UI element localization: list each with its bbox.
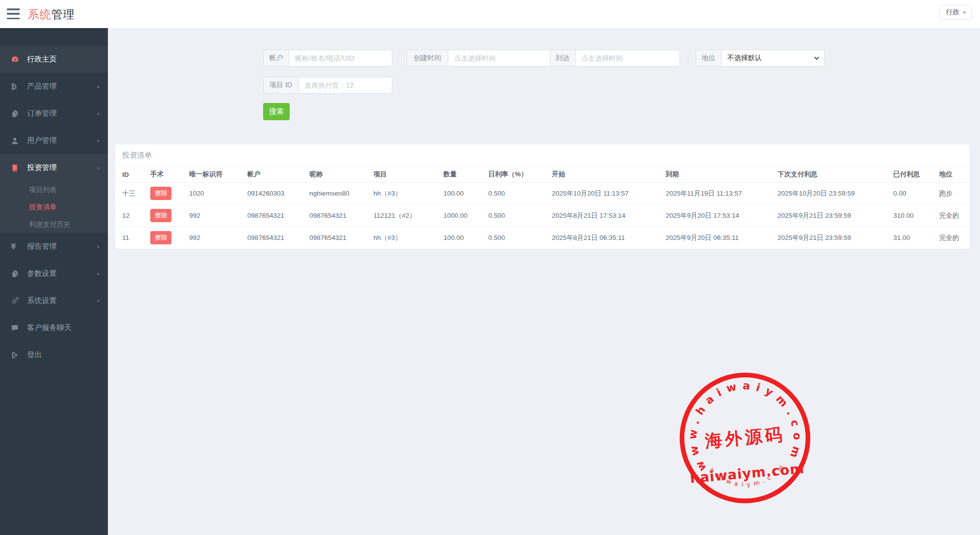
chevron-down-icon [814,55,819,60]
sidebar-subitem-label: 投资清单 [29,203,57,212]
yen-icon: ¥ [11,242,22,251]
cell-paid: 310.00 [893,204,939,227]
created-to-label: 到达 [550,50,575,67]
sidebar-item-order-mgmt[interactable]: 订单管理▸ [0,100,108,127]
chat-icon [11,324,22,333]
main-content: 帐户 创建时间 到达 地位 不选择默认 项目 ID 搜索 投资清单 ID手术唯一… [108,28,980,535]
column-header: 开始 [552,167,666,182]
table-row: 12擦除99209876543210987654321112121（#2）100… [115,204,970,227]
status-filter: 地位 不选择默认 [696,50,825,67]
sidebar-item-user-mgmt[interactable]: 用户管理▸ [0,127,108,154]
sidebar-item-label: 客户服务聊天 [27,323,71,333]
sidebar-item-admin-home[interactable]: 行政主页 [0,46,108,73]
cell-due: 2025年9月20日 06:35:11 [666,227,777,249]
project-id-filter: 项目 ID [263,77,392,94]
cell-paid: 0.00 [893,182,939,204]
cell-amount: 100.00 [443,227,488,249]
project-id-label: 项目 ID [263,77,299,94]
cell-id: 12 [115,204,150,227]
cell-start: 2025年10月20日 11:13:57 [552,182,666,204]
user-menu-label: 行政 [946,8,959,17]
cell-nickname: 0987654321 [309,227,373,249]
cell-next_pay: 2025年10月20日 23:59:59 [777,182,893,204]
created-from-label: 创建时间 [406,50,448,67]
sidebar-item-label: 报告管理 [27,242,57,251]
delete-button[interactable]: 擦除 [150,209,171,222]
sidebar-subitem-project-list[interactable]: 项目列表 [0,181,108,199]
cell-project: hh（#3） [373,227,443,249]
date-range-filter: 创建时间 到达 [406,50,680,67]
panel-title: 投资清单 [122,151,152,160]
cell-amount: 100.00 [443,182,488,204]
sidebar-item-report-mgmt[interactable]: ¥报告管理▸ [0,233,108,260]
status-select[interactable]: 不选择默认 [721,50,825,67]
project-id-input[interactable] [298,77,392,94]
cell-next_pay: 2025年9月21日 23:59:59 [777,227,893,249]
column-header: 地位 [939,167,970,182]
sidebar-item-investment-mgmt[interactable]: 投资管理▸ [0,154,108,181]
cell-account: 0914260303 [247,182,309,204]
menu-toggle-icon[interactable] [7,8,20,19]
user-menu-button[interactable]: 行政 ▾ [939,5,972,20]
table-row: 11擦除99209876543210987654321hh（#3）100.000… [115,227,970,249]
sidebar-item-label: 行政主页 [27,55,57,64]
cell-amount: 1000.00 [443,204,488,227]
created-from-input[interactable] [448,50,550,67]
cell-paid: 31.00 [893,227,939,249]
cell-uid: 1020 [189,182,247,204]
app-title: 系统管理 [28,7,75,22]
delete-button[interactable]: 擦除 [150,231,171,244]
search-button[interactable]: 搜索 [263,103,290,120]
cell-operation: 擦除 [150,204,189,227]
bitcoin-icon: ₿ [11,82,22,91]
app-title-rest: 管理 [51,8,75,21]
delete-button[interactable]: 擦除 [150,187,171,200]
sidebar-item-product-mgmt[interactable]: ₿产品管理▸ [0,73,108,100]
cell-next_pay: 2025年9月21日 23:59:59 [777,204,893,227]
sidebar-subitem-investment-list[interactable]: 投资清单 [0,199,108,216]
sidebar-item-label: 订单管理 [27,109,57,118]
chevron-right-icon: ▸ [97,137,100,144]
account-input[interactable] [289,50,392,67]
cell-uid: 992 [189,227,247,249]
sidebar-subitem-label: 项目列表 [29,186,57,195]
sidebar-item-param-settings[interactable]: 参数设置▸ [0,260,108,287]
cell-due: 2025年11月19日 11:13:57 [666,182,777,204]
column-header: 唯一标识符 [189,167,247,182]
sidebar-item-label: 系统设置 [27,296,57,305]
cell-rate: 0.500 [488,227,552,249]
created-to-input[interactable] [575,50,680,67]
dashboard-icon [11,55,22,64]
cell-account: 0987654321 [247,227,309,249]
cell-start: 2025年8月21日 06:35:11 [552,227,666,249]
user-icon [11,136,22,145]
logout-icon [11,351,22,360]
cell-account: 0987654321 [247,204,309,227]
sidebar-item-logout[interactable]: 登出 [0,341,108,368]
sidebar-group-investment-mgmt: 投资管理▸项目列表投资清单利息支付历史 [0,154,108,233]
column-header: 数量 [443,167,488,182]
account-filter-label: 帐户 [263,50,289,67]
sidebar-item-label: 产品管理 [27,82,57,91]
chevron-right-icon: ▸ [97,270,100,277]
cell-status: 完全的 [939,204,970,227]
sidebar-menu: 行政主页₿产品管理▸订单管理▸用户管理▸投资管理▸项目列表投资清单利息支付历史¥… [0,28,108,368]
sidebar-item-label: 参数设置 [27,269,57,278]
gears-icon [11,297,22,305]
chevron-right-icon: ▸ [97,298,100,304]
chevron-right-icon: ▸ [97,165,100,171]
column-header: 手术 [150,167,189,182]
cell-nickname: 0987654321 [309,204,373,227]
sidebar-item-system-settings[interactable]: 系统设置▸ [0,287,108,314]
column-header: 昵称 [309,167,373,182]
column-header: 到期 [666,167,777,182]
caret-down-icon: ▾ [963,9,966,16]
column-header: 下次支付利息 [777,167,893,182]
cell-due: 2025年9月20日 17:53:14 [666,204,777,227]
cell-uid: 992 [189,204,247,227]
cell-status: 跑步 [939,182,970,204]
orders-icon [11,109,22,118]
sidebar-subitem-interest-history[interactable]: 利息支付历史 [0,216,108,233]
sidebar-item-customer-chat[interactable]: 客户服务聊天 [0,314,108,341]
sidebar-item-label: 登出 [27,350,42,360]
